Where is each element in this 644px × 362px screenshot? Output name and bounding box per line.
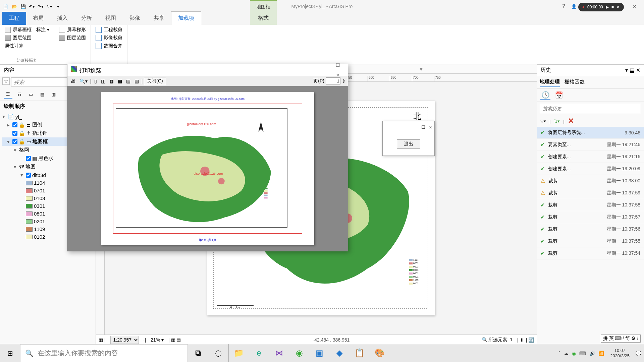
taskbar-search[interactable]: 🔍 在这里输入你要搜索的内容 bbox=[20, 344, 188, 362]
tray-lang-icon[interactable]: ⌨ bbox=[579, 351, 586, 356]
history-item[interactable]: ✔裁剪星期一 10:37:56 bbox=[537, 223, 644, 235]
tab-project[interactable]: 工程 bbox=[2, 12, 26, 25]
tab-layout[interactable]: 布局 bbox=[26, 12, 50, 25]
scale-select[interactable]: 1:20,957 bbox=[110, 336, 139, 344]
tab-imagery[interactable]: 影像 bbox=[123, 12, 147, 25]
ribbon-screen-frame[interactable]: 屏幕画框 bbox=[3, 26, 33, 34]
help-icon[interactable]: ? bbox=[562, 3, 565, 9]
svg-text:gisoracle@126.com: gisoracle@126.com bbox=[187, 122, 216, 126]
notes-icon[interactable]: 📋 bbox=[350, 344, 370, 362]
dialog-max-icon[interactable]: ☐ bbox=[421, 125, 425, 130]
pp-max-button[interactable]: ☐ bbox=[331, 60, 344, 70]
ribbon-layer-extent-2[interactable]: 图层范围 bbox=[58, 34, 87, 42]
cortana-icon[interactable]: ◌ bbox=[208, 344, 228, 362]
history-item[interactable]: ✔裁剪星期一 10:37:58 bbox=[537, 199, 644, 211]
tab-share[interactable]: 共享 bbox=[147, 12, 171, 25]
close-button[interactable]: ✕ bbox=[628, 1, 641, 11]
svg-rect-10 bbox=[264, 190, 268, 192]
selection-count: 🔍 所选元素: 1 bbox=[482, 337, 513, 343]
pp-view3-icon[interactable]: ▦ bbox=[108, 78, 115, 84]
app1-icon[interactable]: ▣ bbox=[309, 344, 329, 362]
pp-page-spinner[interactable]: ⇕ bbox=[342, 78, 346, 84]
pp-view1-icon[interactable]: ▯ bbox=[93, 78, 98, 84]
history-filter-icon[interactable]: ▽▾ bbox=[540, 119, 546, 124]
tab-view[interactable]: 视图 bbox=[99, 12, 123, 25]
tray-volume-icon[interactable]: 🔊 bbox=[589, 351, 595, 356]
file-explorer-icon[interactable]: 📁 bbox=[229, 344, 249, 362]
start-button[interactable]: ⊞ bbox=[0, 344, 20, 362]
pp-close-menu[interactable]: 关闭(C) bbox=[144, 77, 166, 85]
tray-cloud-icon[interactable]: ☁ bbox=[564, 351, 569, 356]
history-search-input[interactable] bbox=[540, 104, 641, 113]
tab-insert[interactable]: 插入 bbox=[50, 12, 74, 25]
ribbon-screen-trapezoid[interactable]: 屏幕梯形 bbox=[58, 26, 87, 34]
statusbar-grid-icon[interactable]: ▦ | bbox=[99, 337, 106, 343]
visual-studio-icon[interactable]: ⋈ bbox=[269, 344, 289, 362]
history-sort-icon[interactable]: ⇅▾ bbox=[554, 119, 560, 124]
qat-new-icon[interactable]: 📄 bbox=[2, 3, 9, 10]
history-item[interactable]: ✔将图层符号系统...9:30:46 bbox=[537, 127, 644, 139]
history-item[interactable]: ✔裁剪星期一 10:37:54 bbox=[537, 247, 644, 259]
ime-toolbar[interactable]: 拼 英 ⌨ ᴶ 简 ⚙ ⁝ bbox=[601, 335, 641, 343]
pp-print-icon[interactable]: 🖶 bbox=[69, 78, 77, 84]
task-view-icon[interactable]: ⧉ bbox=[188, 344, 208, 362]
tray-av-icon[interactable]: ◉ bbox=[572, 351, 576, 356]
history-tab-raster[interactable]: 栅格函数 bbox=[565, 77, 585, 87]
qat-open-icon[interactable]: 📂 bbox=[11, 3, 18, 10]
history-delete-icon[interactable]: ✕ bbox=[568, 117, 574, 125]
security-icon[interactable]: ◉ bbox=[289, 344, 309, 362]
qat-undo-icon[interactable]: ↶▾ bbox=[28, 3, 36, 10]
pp-view4-icon[interactable]: ▩ bbox=[116, 78, 123, 84]
history-item[interactable]: ✔创建要素...星期一 19:20:09 bbox=[537, 163, 644, 175]
toc-list-by-drawing-icon[interactable]: ☷ bbox=[4, 90, 12, 99]
toc-list-by-snapping-icon[interactable]: ▥ bbox=[49, 90, 58, 99]
exit-button[interactable]: 退出 bbox=[397, 139, 420, 149]
edge-icon[interactable]: e bbox=[249, 344, 269, 362]
tab-analysis[interactable]: 分析 bbox=[74, 12, 99, 25]
filter-icon[interactable]: ▽ bbox=[2, 77, 10, 85]
history-item[interactable]: ✔裁剪星期一 10:37:57 bbox=[537, 211, 644, 223]
history-tab-gp[interactable]: 地理处理 bbox=[540, 77, 560, 87]
pp-page-input[interactable] bbox=[326, 77, 340, 84]
pp-view5-icon[interactable]: ▨ bbox=[125, 78, 132, 84]
history-item[interactable]: ✔裁剪星期一 10:37:55 bbox=[537, 235, 644, 247]
context-tab-mapframe[interactable]: 地图框 bbox=[250, 0, 277, 13]
history-item[interactable]: ⚠裁剪星期一 10:37:59 bbox=[537, 187, 644, 199]
history-menu-icon[interactable]: ▾ ⬓ ✕ bbox=[625, 67, 640, 73]
ribbon-data-merge[interactable]: 数据合并 bbox=[94, 42, 124, 50]
ribbon-image-clip[interactable]: 影像裁剪 bbox=[94, 34, 124, 42]
pp-zoom-icon[interactable]: 🔍▾ bbox=[78, 78, 89, 84]
pp-view2-icon[interactable]: ▥ bbox=[100, 78, 107, 84]
ribbon-project-clip[interactable]: 工程裁剪 bbox=[94, 26, 124, 34]
pp-view6-icon[interactable]: ▧ bbox=[133, 78, 140, 84]
qat-save-icon[interactable]: 💾 bbox=[19, 3, 27, 10]
history-item[interactable]: ✔创建要素...星期一 19:21:16 bbox=[537, 151, 644, 163]
tray-chevron-icon[interactable]: ˄ bbox=[558, 351, 560, 356]
qat-pointer-icon[interactable]: ↖▾ bbox=[46, 3, 53, 10]
zoom-display[interactable]: 21% ▾ bbox=[151, 337, 164, 343]
toc-list-by-editing-icon[interactable]: ▤ bbox=[38, 90, 47, 99]
ribbon-attr-calc[interactable]: 属性计算 bbox=[3, 42, 51, 50]
qat-redo-icon[interactable]: ↷▾ bbox=[37, 3, 44, 10]
screen-recorder-overlay[interactable]: ●00:00:00▶■✕ bbox=[578, 3, 624, 11]
tray-clock[interactable]: 10:072020/3/25 bbox=[607, 348, 632, 359]
toc-list-by-source-icon[interactable]: ☶ bbox=[15, 90, 24, 99]
tab-format[interactable]: 格式 bbox=[250, 12, 277, 25]
tray-network-icon[interactable]: 📶 bbox=[598, 351, 604, 356]
tray-notifications-icon[interactable]: 💬 bbox=[636, 351, 641, 356]
qat-more-icon[interactable]: ▾ bbox=[54, 3, 62, 10]
app2-icon[interactable]: ◆ bbox=[329, 344, 350, 362]
paint-icon[interactable]: 🎨 bbox=[370, 344, 390, 362]
tab-addin[interactable]: 加载项 bbox=[171, 11, 201, 25]
view-dropdown-icon[interactable]: ▾ bbox=[420, 65, 423, 73]
history-item[interactable]: ⚠裁剪星期一 10:38:00 bbox=[537, 175, 644, 187]
print-preview-title: 打印预览 bbox=[79, 67, 101, 73]
quick-access-toolbar: 📄 📂 💾 ↶▾ ↷▾ ↖▾ ▾ bbox=[2, 3, 62, 10]
toc-list-by-selection-icon[interactable]: ▭ bbox=[26, 90, 35, 99]
ribbon-layer-extent-1[interactable]: 图层范围 bbox=[3, 34, 51, 42]
history-schedule-icon[interactable]: 📅 bbox=[554, 91, 564, 100]
dialog-close-icon[interactable]: ✕ bbox=[429, 125, 432, 130]
history-recent-icon[interactable]: 🕓 bbox=[540, 91, 550, 100]
history-item[interactable]: ✔要素类至...星期一 19:21:46 bbox=[537, 139, 644, 151]
ribbon-label-dd[interactable]: 标注 ▾ bbox=[35, 26, 51, 34]
